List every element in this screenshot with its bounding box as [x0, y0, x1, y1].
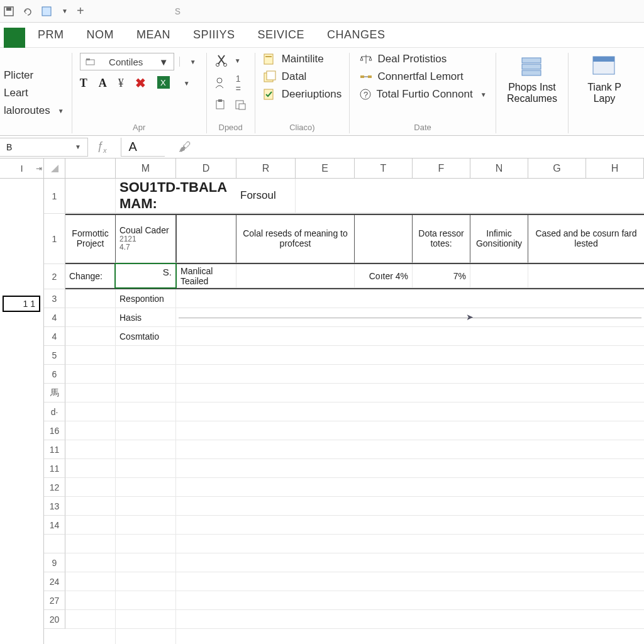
- format-yen[interactable]: ¥: [118, 77, 124, 90]
- row-header[interactable]: 馬: [44, 384, 65, 402]
- row-header[interactable]: 2: [44, 264, 65, 289]
- row-header[interactable]: 14: [44, 516, 65, 535]
- title-bold: SOU1TD-TBALA MAM:: [116, 179, 236, 213]
- maintilite-button[interactable]: Maintilite: [263, 53, 341, 65]
- format-more-icon[interactable]: ▼: [184, 80, 190, 87]
- maintilite-label: Maintilite: [282, 53, 324, 65]
- col-header-H[interactable]: H: [586, 158, 644, 178]
- row-header[interactable]: 5: [44, 346, 65, 365]
- row-header[interactable]: 11: [44, 440, 65, 459]
- font-size-btn[interactable]: ▼: [185, 55, 199, 69]
- ribbon-group-cliaco: Maintilite Datal Deeriuptions Cliaco): [255, 53, 350, 133]
- total-furtio-connont-button[interactable]: ? Total Furtio Connont ▼: [359, 88, 487, 101]
- col-header-N[interactable]: N: [470, 158, 528, 178]
- row-header[interactable]: 6: [44, 365, 65, 384]
- doc-stack-icon: [263, 70, 277, 83]
- qat-more-icon[interactable]: ▼: [62, 8, 68, 14]
- ribbon-group-font: Contiles ▼ ▼ T A ¥ ✖ X ▼ Apr: [72, 53, 207, 133]
- row-header[interactable]: [44, 535, 65, 553]
- qat-undo-icon[interactable]: [21, 5, 34, 18]
- col-header-R[interactable]: R: [236, 158, 296, 178]
- cell-cosmtatio: Cosmtatio: [116, 327, 176, 346]
- left-pane-cell[interactable]: 1 1: [3, 296, 40, 312]
- col-header[interactable]: [65, 158, 116, 178]
- laloroutes-button[interactable]: laloroutes▼: [4, 104, 64, 117]
- ribbon-group-date: Deal Protistios Connertfal Lemort ? Tota…: [350, 53, 496, 133]
- cut-more-icon[interactable]: ▼: [235, 57, 241, 64]
- format-A[interactable]: A: [99, 77, 107, 90]
- row-header[interactable]: 24: [44, 572, 65, 591]
- name-box[interactable]: B ▼: [0, 138, 88, 157]
- name-box-dropdown-icon[interactable]: ▼: [75, 143, 81, 150]
- deal-protistios-button[interactable]: Deal Protistios: [359, 53, 487, 65]
- col-header-M[interactable]: M: [116, 158, 176, 178]
- svg-rect-19: [360, 75, 364, 78]
- cell-hasis: Hasis: [116, 308, 176, 327]
- format-excel-icon[interactable]: X: [157, 76, 170, 91]
- total-furtio-connont-label: Total Furtio Connont: [377, 88, 473, 101]
- leart-button[interactable]: Leart: [4, 87, 64, 99]
- formula-brush-icon[interactable]: 🖌: [179, 140, 191, 154]
- stack-blue-icon: [518, 53, 546, 78]
- col-header-T[interactable]: T: [355, 158, 413, 178]
- tab-changes[interactable]: CHANGES: [327, 28, 386, 42]
- worksheet-grid[interactable]: M D R E T F N G H 11234456馬d·16111112131…: [44, 158, 644, 644]
- row-empty: [65, 610, 644, 629]
- row-header[interactable]: 12: [44, 478, 65, 497]
- phops-line2: Recalumes: [507, 93, 557, 104]
- row-header[interactable]: 27: [44, 591, 65, 610]
- qat-color-icon[interactable]: [40, 5, 53, 18]
- row-header[interactable]: 1: [44, 214, 65, 264]
- col-header-D[interactable]: D: [176, 158, 236, 178]
- row-header[interactable]: 1: [44, 179, 65, 214]
- paste-icon[interactable]: [235, 99, 246, 112]
- row-header[interactable]: d·: [44, 402, 65, 421]
- th-cased: Cased and be cosurn fard lested: [528, 215, 644, 263]
- connertfal-lemort-button[interactable]: Connertfal Lemort: [359, 70, 487, 83]
- fx-icon[interactable]: ƒx: [97, 140, 107, 154]
- select-all-triangle[interactable]: [44, 158, 65, 178]
- deeriuptions-button[interactable]: Deeriuptions: [263, 88, 341, 101]
- row-header[interactable]: 13: [44, 497, 65, 516]
- tab-seivice[interactable]: SEIVICE: [258, 28, 305, 42]
- tiank-button[interactable]: Tiank PLapy: [576, 53, 633, 104]
- row-header[interactable]: 4: [44, 327, 65, 346]
- row-empty: [65, 421, 644, 440]
- left-pane: I ⇥ 1 1: [0, 158, 44, 644]
- tab-prm[interactable]: PRM: [38, 28, 64, 42]
- cut-icon[interactable]: [214, 53, 228, 69]
- plicter-button[interactable]: Plicter: [4, 69, 64, 82]
- phops-inst-button[interactable]: Phops InstRecalumes: [504, 53, 560, 104]
- tab-nom[interactable]: NOM: [87, 28, 114, 42]
- split-arrow-icon[interactable]: ⇥: [36, 164, 42, 173]
- col-header-F[interactable]: F: [413, 158, 470, 178]
- svg-rect-15: [265, 56, 272, 57]
- col-header-E[interactable]: E: [296, 158, 355, 178]
- row-header[interactable]: 20: [44, 610, 65, 629]
- format-bold-T[interactable]: T: [80, 77, 87, 90]
- svg-rect-2: [42, 7, 51, 16]
- cell-change-label: Change:: [65, 264, 116, 288]
- row-header[interactable]: 3: [44, 289, 65, 308]
- scroll-arrow-icon[interactable]: ➤: [466, 312, 474, 322]
- file-tab-accent[interactable]: [4, 28, 25, 49]
- qat-add-icon[interactable]: +: [74, 5, 87, 18]
- active-cell[interactable]: S.: [114, 263, 177, 289]
- formula-input[interactable]: A: [121, 138, 165, 157]
- row-header[interactable]: 9: [44, 553, 65, 572]
- person-icon[interactable]: [214, 77, 227, 91]
- font-combo[interactable]: Contiles ▼: [80, 53, 174, 70]
- cells: SOU1TD-TBALA MAM: Forsoul Formottic Proj…: [65, 179, 644, 644]
- clipboard-icon[interactable]: [214, 99, 226, 112]
- col-header-G[interactable]: G: [528, 158, 586, 178]
- row-header[interactable]: 16: [44, 421, 65, 440]
- title-sub: Forsoul: [236, 179, 296, 213]
- datal-button[interactable]: Datal: [263, 70, 341, 83]
- format-x-red[interactable]: ✖: [135, 75, 146, 91]
- row-header[interactable]: 11: [44, 459, 65, 478]
- tab-mean[interactable]: MEAN: [136, 28, 170, 42]
- qat-save-icon[interactable]: [3, 5, 15, 18]
- tab-spiiys[interactable]: SPIIIYS: [193, 28, 235, 42]
- row-header[interactable]: 4: [44, 308, 65, 327]
- tiank-line2: Lapy: [594, 93, 616, 104]
